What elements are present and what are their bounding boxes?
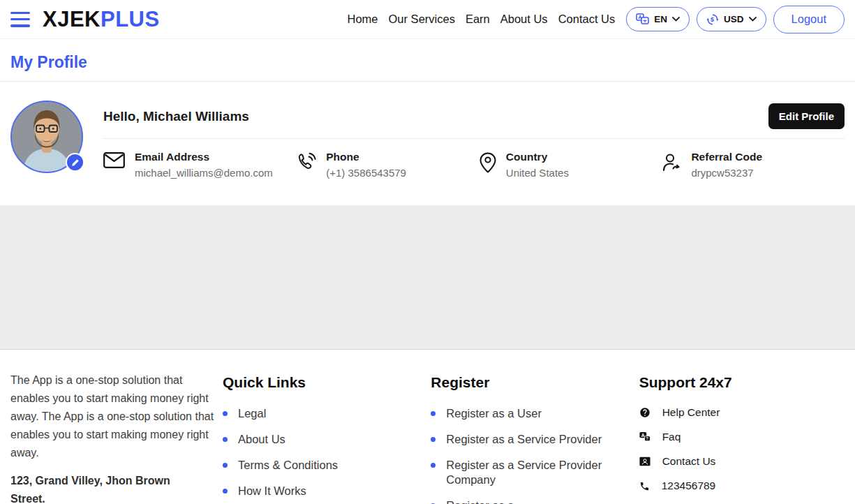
link-register-provider-company[interactable]: Register as a Service Provider Company (431, 458, 636, 487)
page-title-bar: My Profile (0, 39, 855, 82)
field-label: Email Address (135, 151, 273, 163)
link-register-more[interactable]: Register as a (431, 498, 636, 504)
link-about-us[interactable]: About Us (223, 432, 428, 447)
avatar-wrap (10, 101, 83, 173)
field-label: Referral Code (691, 151, 762, 163)
link-contact-us[interactable]: Contact Us (639, 455, 845, 468)
link-legal[interactable]: Legal (223, 406, 428, 421)
field-referral-code: Referral Code drypcw53237 (662, 151, 845, 179)
location-pin-icon (479, 152, 496, 176)
bullet-icon (223, 411, 228, 416)
chevron-down-icon (749, 17, 757, 22)
field-label: Phone (326, 151, 406, 163)
empty-content-area (0, 205, 855, 350)
register-title: Register (431, 374, 636, 391)
footer: The App is a one-stop solution that enab… (0, 350, 855, 504)
field-value: (+1) 3586543579 (326, 167, 406, 179)
profile-fields: Email Address michael_williams@demo.com … (103, 151, 845, 179)
language-value: EN (654, 14, 667, 24)
pencil-icon (71, 158, 80, 167)
profile-info: Hello, Michael Williams Edit Profile Ema… (103, 101, 845, 205)
phone-icon (297, 152, 316, 175)
nav-earn[interactable]: Earn (466, 13, 490, 26)
main-nav: Home Our Services Earn About Us Contact … (348, 13, 616, 26)
header: XJEKPLUS Home Our Services Earn About Us… (0, 0, 855, 39)
currency-exchange-icon: $ (706, 13, 719, 26)
field-value: United States (506, 167, 569, 179)
svg-text:A: A (641, 433, 644, 438)
field-value: drypcw53237 (691, 167, 762, 179)
bullet-icon (223, 463, 228, 468)
nav-home[interactable]: Home (348, 13, 378, 26)
translate-icon: A (636, 13, 649, 25)
profile-card: Hello, Michael Williams Edit Profile Ema… (0, 82, 855, 205)
profile-greeting: Hello, Michael Williams (103, 109, 249, 124)
footer-register-column: Register Register as a User Register as … (431, 371, 636, 504)
hamburger-menu-icon[interactable] (10, 12, 30, 27)
profile-divider (103, 138, 845, 139)
logo-part-black: XJEK (43, 7, 101, 31)
support-title: Support 24x7 (639, 374, 845, 391)
faq-icon: A ? (639, 431, 650, 443)
help-icon (639, 407, 650, 418)
link-help-center[interactable]: Help Center (639, 406, 845, 419)
bullet-icon (223, 437, 228, 442)
bullet-icon (431, 463, 436, 468)
svg-text:$: $ (711, 16, 714, 23)
link-how-it-works[interactable]: How It Works (223, 484, 428, 498)
footer-support-column: Support 24x7 Help Center A ? Faq (639, 371, 845, 504)
bullet-icon (431, 411, 436, 416)
footer-about-column: The App is a one-stop solution that enab… (10, 371, 220, 504)
referral-icon (662, 152, 681, 175)
app-logo[interactable]: XJEKPLUS (43, 7, 160, 32)
footer-address: 123, Grand Villey, Jhon Brown Street. (10, 472, 185, 504)
link-terms-conditions[interactable]: Terms & Conditions (223, 458, 428, 473)
quick-links-title: Quick Links (223, 374, 428, 391)
link-register-provider[interactable]: Register as a Service Provider (431, 432, 636, 447)
nav-about-us[interactable]: About Us (500, 13, 548, 26)
currency-dropdown[interactable]: $ USD (697, 7, 766, 31)
link-phone-number[interactable]: 123456789 (639, 480, 845, 492)
field-value: michael_williams@demo.com (135, 167, 273, 179)
page-title: My Profile (10, 53, 845, 72)
bullet-icon (431, 437, 436, 442)
footer-quick-links-column: Quick Links Legal About Us Terms & Condi… (223, 371, 428, 504)
logout-button[interactable]: Logout (773, 6, 845, 34)
logo-part-blue: PLUS (101, 7, 160, 31)
footer-about-text: The App is a one-stop solution that enab… (10, 371, 220, 462)
header-controls: A EN $ USD Logout (626, 6, 845, 34)
currency-value: USD (724, 14, 744, 24)
avatar-edit-badge[interactable] (66, 153, 84, 172)
edit-profile-button[interactable]: Edit Profile (768, 103, 845, 129)
field-email: Email Address michael_williams@demo.com (103, 151, 297, 179)
svg-text:?: ? (646, 436, 648, 440)
nav-contact-us[interactable]: Contact Us (558, 13, 616, 26)
chevron-down-icon (672, 17, 680, 22)
bullet-icon (223, 489, 228, 494)
field-country: Country United States (479, 151, 662, 179)
nav-our-services[interactable]: Our Services (389, 13, 455, 26)
language-dropdown[interactable]: A EN (626, 7, 690, 31)
field-label: Country (506, 151, 569, 163)
link-faq[interactable]: A ? Faq (639, 431, 845, 443)
field-phone: Phone (+1) 3586543579 (297, 151, 479, 179)
contact-mail-icon (639, 457, 650, 466)
phone-icon (639, 481, 650, 491)
link-register-user[interactable]: Register as a User (431, 406, 636, 421)
envelope-icon (103, 152, 125, 171)
